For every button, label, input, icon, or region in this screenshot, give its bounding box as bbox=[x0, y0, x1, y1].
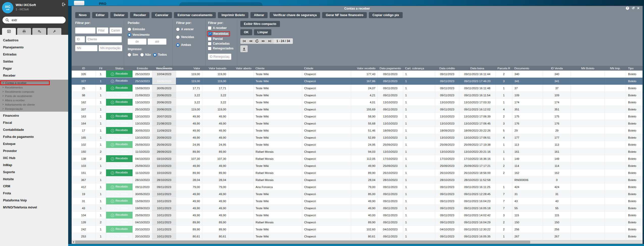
sidebar-subitem-adiantamento-de-cliente[interactable]: >Adiantamento de cliente bbox=[0, 102, 68, 107]
help-icon[interactable]: ? bbox=[626, 7, 629, 10]
sidebar-item-saidas[interactable]: Saidas bbox=[0, 58, 68, 65]
refresh-button[interactable] bbox=[255, 39, 259, 43]
table-row[interactable]: 1621✓Recebido13/10/202320/06/20233,223,2… bbox=[72, 99, 642, 106]
sidebar-item-fiscal[interactable]: Fiscal bbox=[0, 119, 68, 126]
table-row[interactable]: 3671✓Recebido28/10/202328/10/202328,0428… bbox=[72, 176, 642, 183]
receber-button[interactable]: Receber bbox=[130, 12, 149, 18]
table-row[interactable]: 171✓Recebido30/05/202311/09/202349,9049,… bbox=[72, 127, 642, 134]
table-row[interactable]: 1041✓Recebido25/09/202310/11/202349,9049… bbox=[72, 212, 642, 219]
sidebar-item-financeiro[interactable]: Financeiro bbox=[0, 112, 68, 119]
sidebar-tab-printer[interactable] bbox=[17, 28, 31, 35]
alterar-button[interactable]: Alterar bbox=[250, 12, 268, 18]
logout-icon[interactable] bbox=[61, 2, 66, 8]
table-row[interactable]: 191✓Recebido30/05/202310/11/202349,9049,… bbox=[72, 191, 642, 198]
column-header-tipo[interactable]: Tipo bbox=[626, 66, 642, 71]
horizontal-scrollbar[interactable] bbox=[72, 240, 642, 244]
sidebar-item-ixc-hub[interactable]: IXC Hub bbox=[0, 155, 68, 162]
sidebar-tab-menu-list[interactable] bbox=[2, 28, 16, 35]
sidebar-subitem-ponto-de-recebimento[interactable]: >Ponto de recebimento bbox=[0, 94, 68, 98]
scrollbar-thumb[interactable] bbox=[75, 241, 530, 243]
sidebar-item-entradas[interactable]: Entradas bbox=[0, 51, 68, 58]
status-parcial-checkbox[interactable]: Parcial bbox=[208, 37, 237, 41]
table-row[interactable]: 1651✓Recebido13/10/202320/09/202349,9049… bbox=[72, 134, 642, 141]
table-row[interactable]: 981✓Recebido21/09/202320/06/20233,223,22… bbox=[72, 92, 642, 99]
column-header-status[interactable]: Status bbox=[106, 66, 133, 71]
table-row[interactable]: 1641✓Recebido13/10/202321/08/202349,9049… bbox=[72, 120, 642, 127]
ok-button[interactable]: OK bbox=[240, 29, 252, 35]
column-header-fil[interactable]: Fil bbox=[95, 66, 106, 71]
status-renegociados-checkbox[interactable]: Renegociados bbox=[208, 47, 237, 50]
scrollbar-left-arrow-icon[interactable] bbox=[73, 241, 74, 243]
previous-page-button[interactable] bbox=[249, 40, 252, 43]
sidebar-item-inmap[interactable]: InMap bbox=[0, 162, 68, 169]
copiar-codigo-pix-button[interactable]: Copiar código pix bbox=[369, 12, 403, 18]
column-header-valor-recebido[interactable]: Valor recebido bbox=[351, 66, 378, 71]
estornar-cancelamento-button[interactable]: Estornar cancelamento bbox=[174, 12, 216, 18]
sidebar-item-contabilidade[interactable]: Contabilidade bbox=[0, 126, 68, 133]
column-header-vencimento[interactable]: Vencimento▲ bbox=[152, 66, 176, 71]
limpar-button[interactable]: Limpar bbox=[254, 29, 272, 35]
period-emissao-radio[interactable]: Emissão bbox=[128, 27, 172, 31]
sidebar-subitem-recebimento-composto[interactable]: >Recebimento composto bbox=[0, 89, 68, 94]
column-header-cliente[interactable]: Cliente bbox=[253, 66, 302, 71]
exibir-filtro-compacto-button[interactable]: Exibir filtro compacto bbox=[240, 21, 280, 27]
date-to-input[interactable] bbox=[148, 39, 166, 45]
column-header-data-baixa[interactable]: Data baixa bbox=[459, 66, 496, 71]
sidebar-item-plataforma-voip[interactable]: Plataforma Voip bbox=[0, 197, 68, 204]
table-row[interactable]: 4121✓Recebido09/11/202309/11/202379,0079… bbox=[72, 183, 642, 191]
table-row[interactable]: 3261✓Recebido25/10/202310/04/2023119,001… bbox=[72, 71, 642, 78]
sidebar-item-frota[interactable]: Frota bbox=[0, 190, 68, 197]
nn-importacao-input[interactable] bbox=[99, 45, 122, 51]
cliente-input[interactable] bbox=[86, 36, 122, 42]
column-header-id[interactable]: ID bbox=[72, 66, 95, 71]
editar-button[interactable]: Editar bbox=[92, 12, 108, 18]
deletar-button[interactable]: Deletar bbox=[110, 12, 128, 18]
sidebar-item-pagar[interactable]: Pagar bbox=[0, 65, 68, 72]
verificar-chave-de-seguranca-button[interactable]: Verificar chave de segurança bbox=[270, 12, 320, 18]
table-row[interactable]: 3371✓Recebido25/10/202320/06/2023119,001… bbox=[72, 106, 642, 113]
sidebar-item-folha-de-pagamento[interactable]: Folha de pagamento bbox=[0, 133, 68, 140]
sidebar-subitem-contas-a-receber[interactable]: >Contas a receber bbox=[0, 80, 50, 85]
first-page-button[interactable] bbox=[243, 40, 246, 43]
sidebar-tab-wrench[interactable] bbox=[47, 28, 61, 35]
status-recebidas-checkbox[interactable]: ✓Recebidas bbox=[209, 32, 228, 36]
next-page-button[interactable] bbox=[262, 40, 265, 43]
sidebar-item-hotsite[interactable]: Hotsite bbox=[0, 176, 68, 183]
id-input[interactable] bbox=[75, 36, 85, 42]
table-row[interactable]: 1502✓Recebido11/10/202328/09/202389,9089… bbox=[72, 148, 642, 155]
sidebar-item-cadastros[interactable]: Cadastros bbox=[0, 37, 68, 44]
column-header-nn-boleto[interactable]: NN Boleto bbox=[571, 66, 605, 71]
novo-button[interactable]: Novo bbox=[75, 12, 90, 18]
column-header-parcela-r[interactable]: Parcela R bbox=[495, 66, 512, 71]
sidebar-item-mvno-telefonia-movel[interactable]: MVNO/Telefonia móvel bbox=[0, 204, 68, 211]
sidebar-item-suporte[interactable]: Suporte bbox=[0, 169, 68, 176]
table-row[interactable]: 1382✓Recebido04/10/202303/10/2023107,301… bbox=[72, 155, 642, 162]
sidebar-item-planejamento[interactable]: Planejamento bbox=[0, 44, 68, 51]
printed-todos-radio[interactable]: Todos bbox=[153, 53, 167, 56]
date-from-input[interactable] bbox=[128, 39, 146, 45]
column-header-nn-imp[interactable]: NN Imp. bbox=[605, 66, 626, 71]
sidebar-item-crm[interactable]: CRM bbox=[0, 183, 68, 190]
close-icon[interactable]: × bbox=[637, 7, 639, 10]
status-canceladas-checkbox[interactable]: Canceladas bbox=[208, 42, 237, 45]
table-row[interactable]: 2531✓Recebido20/10/202310/11/202380,6180… bbox=[72, 233, 642, 240]
column-header-emissao[interactable]: Emissão bbox=[133, 66, 152, 71]
sidebar-subitem-renegociacao[interactable]: >Renegociação bbox=[0, 107, 68, 111]
table-row[interactable]: 311✓Recebido15/09/202310/11/202349,9049,… bbox=[72, 198, 642, 205]
table-row[interactable]: 1031✓Recebido25/09/202310/10/202349,9049… bbox=[72, 162, 642, 169]
table-row[interactable]: 1512✓Recebido11/10/202310/10/202389,9089… bbox=[72, 169, 642, 176]
column-header-data-pagamento[interactable]: Data pagamento bbox=[377, 66, 403, 71]
column-header-cidade[interactable]: Cidade bbox=[302, 66, 351, 71]
table-row[interactable]: 431✓Recebido19/09/202310/11/202349,9049,… bbox=[72, 205, 642, 212]
sidebar-item-estoque[interactable]: Estoque bbox=[0, 140, 68, 147]
column-header-valor-baixado[interactable]: Valor baixado bbox=[202, 66, 228, 71]
column-header-valor-aberto[interactable]: Valor aberto bbox=[228, 66, 253, 71]
sidebar-subitem-recebimentos[interactable]: >Recebimentos bbox=[0, 85, 68, 89]
table-row[interactable]: 1021✓Recebido25/09/202325/09/202324,9524… bbox=[72, 141, 642, 148]
sidebar-subitem-altera-a-receber[interactable]: >Altera a receber bbox=[0, 98, 68, 102]
carteira-input[interactable] bbox=[110, 27, 122, 34]
table-row[interactable]: 3271✓Recebido25/10/202310/05/2023119,001… bbox=[72, 78, 642, 85]
due-vencidas-radio[interactable]: Vencidas bbox=[176, 35, 205, 39]
sidebar-item-provedor[interactable]: Provedor bbox=[0, 147, 68, 155]
sidebar-tab-gears[interactable] bbox=[32, 28, 46, 35]
